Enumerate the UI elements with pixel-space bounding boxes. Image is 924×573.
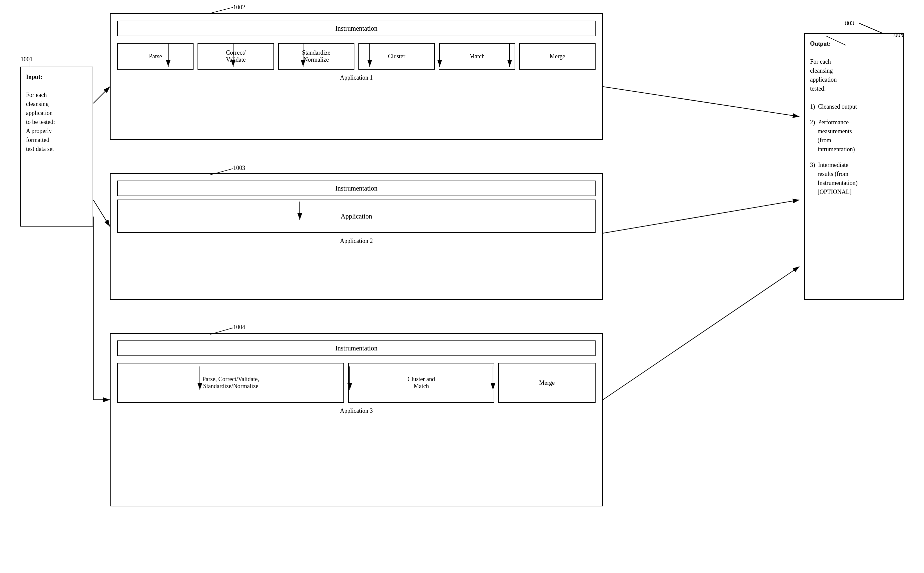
output-item-2: 2) Performance measurements (from intrum… bbox=[810, 118, 898, 154]
app1-label: Application 1 bbox=[111, 74, 602, 81]
ref-1002: 1002 bbox=[233, 4, 245, 11]
output-item-1: 1) Cleansed output bbox=[810, 102, 898, 111]
arr-app3-output bbox=[603, 266, 799, 400]
input-text: For eachcleansingapplicationto be tested… bbox=[26, 92, 55, 152]
output-title: Output: bbox=[810, 40, 831, 47]
input-label: Input: For eachcleansingapplicationto be… bbox=[26, 73, 87, 153]
output-item-3: 3) Intermediate results (from Instrument… bbox=[810, 161, 898, 197]
ref-line-1002 bbox=[210, 7, 233, 13]
app3-components-row: Parse, Correct/Validate,Standardize/Norm… bbox=[111, 363, 602, 403]
app1-merge: Merge bbox=[519, 43, 596, 70]
ref-line-803 bbox=[859, 23, 883, 33]
app3-label: Application 3 bbox=[111, 407, 602, 415]
app2-box: Instrumentation Application Application … bbox=[110, 173, 603, 300]
app1-components-row: Parse Correct/Validate StandardizeNormal… bbox=[111, 43, 602, 70]
output-intro: For eachcleansingapplicationtested: bbox=[810, 58, 837, 92]
app3-instrumentation: Instrumentation bbox=[117, 340, 596, 356]
input-box: Input: For eachcleansingapplicationto be… bbox=[20, 67, 93, 227]
app3-merge: Merge bbox=[498, 363, 596, 403]
ref-803: 803 bbox=[845, 20, 854, 27]
app2-instrumentation: Instrumentation bbox=[117, 180, 596, 196]
output-content: Output: For eachcleansingapplicationtest… bbox=[810, 39, 898, 197]
arr-app1-output bbox=[603, 87, 799, 117]
app1-standardize-normalize: StandardizeNormalize bbox=[278, 43, 355, 70]
ref-1005: 1005 bbox=[891, 32, 903, 39]
app3-box: Instrumentation Parse, Correct/Validate,… bbox=[110, 333, 603, 506]
app1-instrumentation: Instrumentation bbox=[117, 21, 596, 36]
arr-app2-output bbox=[603, 200, 799, 233]
input-title: Input: bbox=[26, 74, 42, 80]
app1-correct-validate: Correct/Validate bbox=[197, 43, 274, 70]
output-box: Output: For eachcleansingapplicationtest… bbox=[804, 33, 904, 300]
ref-1001: 1001 bbox=[21, 56, 33, 63]
ref-1003: 1003 bbox=[233, 164, 245, 172]
diagram-container: Input: For eachcleansingapplicationto be… bbox=[0, 0, 924, 573]
app3-parse-correct-validate: Parse, Correct/Validate,Standardize/Norm… bbox=[117, 363, 344, 403]
app1-box: Instrumentation Parse Correct/Validate S… bbox=[110, 13, 603, 140]
app1-parse: Parse bbox=[117, 43, 194, 70]
app1-match: Match bbox=[439, 43, 515, 70]
arr-input-app1 bbox=[93, 87, 110, 103]
app1-cluster: Cluster bbox=[358, 43, 435, 70]
app3-cluster-match: Cluster andMatch bbox=[348, 363, 494, 403]
arr-input-app2 bbox=[93, 200, 110, 227]
app2-application: Application bbox=[117, 200, 596, 233]
ref-1004: 1004 bbox=[233, 324, 245, 331]
app2-label: Application 2 bbox=[111, 238, 602, 244]
